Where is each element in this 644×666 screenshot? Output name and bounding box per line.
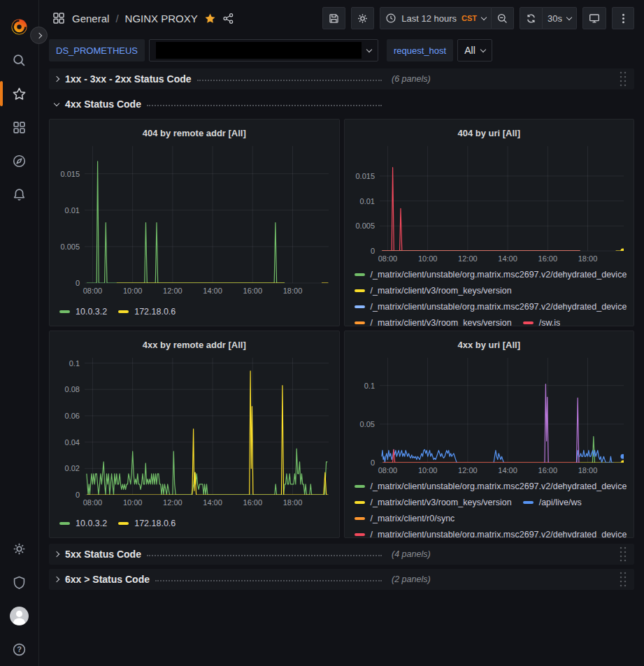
legend-label: 172.18.0.6 <box>134 519 176 528</box>
breadcrumb-title[interactable]: NGINX PROXY <box>125 13 198 24</box>
main-area: General / NGINX PROXY <box>39 0 644 666</box>
row-panel-count: (6 panels) <box>392 74 431 84</box>
legend-item[interactable]: /_matrix/client/unstable/org.matrix.msc2… <box>355 479 627 493</box>
dashboard-settings-button[interactable] <box>351 7 374 29</box>
legend-swatch <box>355 533 365 536</box>
panels-grid: 404 by remote addr [All] 00.0050.010.015… <box>49 119 634 538</box>
svg-text:?: ? <box>17 645 22 653</box>
row-left: 1xx - 3xx - 2xx Status Code <box>55 73 382 85</box>
legend-label: /_matrix/client/r0/sync <box>371 514 455 523</box>
chevron-down-icon <box>366 46 372 52</box>
favorite-star-icon[interactable] <box>204 13 216 24</box>
row-drag-handle[interactable] <box>619 546 627 563</box>
sidebar-item-dashboards[interactable] <box>0 110 39 144</box>
sidebar-item-explore[interactable] <box>0 144 39 178</box>
save-dashboard-button[interactable] <box>322 7 345 29</box>
monitor-icon <box>588 12 601 24</box>
row-left: 4xx Status Code <box>55 99 382 110</box>
time-controls: Last 12 hours CST <box>380 7 514 29</box>
shield-icon <box>12 575 27 590</box>
expand-sidebar-button[interactable] <box>30 27 48 44</box>
svg-text:0.015: 0.015 <box>355 172 375 180</box>
time-range-button[interactable]: Last 12 hours CST <box>380 7 492 29</box>
panel-legend: 10.0.3.2172.18.0.6 <box>55 304 334 319</box>
variables-bar: DS_PROMETHEUS request_host All <box>39 36 644 64</box>
row-header-6xx[interactable]: 6xx > Status Code (2 panels) <box>49 569 634 590</box>
svg-text:0.1: 0.1 <box>364 382 374 390</box>
navbar: General / NGINX PROXY <box>39 0 644 36</box>
request-host-select[interactable]: All <box>457 39 492 61</box>
row-header-5xx[interactable]: 5xx Status Code (4 panels) <box>49 544 634 565</box>
compass-icon <box>12 154 27 168</box>
svg-text:16:00: 16:00 <box>243 287 263 295</box>
timeseries-plot[interactable]: 00.020.040.060.080.108:0010:0012:0014:00… <box>55 354 334 511</box>
legend-swatch <box>118 522 129 525</box>
sidebar-item-alerting[interactable] <box>0 178 39 211</box>
svg-text:10:00: 10:00 <box>123 498 143 507</box>
timeseries-plot[interactable]: 00.0050.010.01508:0010:0012:0014:0016:00… <box>55 142 334 299</box>
legend-swatch <box>355 321 365 324</box>
panel-404-by-remote-addr: 404 by remote addr [All] 00.0050.010.015… <box>49 119 340 326</box>
legend-item[interactable]: 172.18.0.6 <box>118 304 176 319</box>
legend-item[interactable]: /api/live/ws <box>523 495 582 509</box>
panel-title[interactable]: 404 by uri [All] <box>350 124 629 142</box>
panel-title[interactable]: 4xx by remote addr [All] <box>55 335 334 354</box>
refresh-button[interactable] <box>520 7 543 29</box>
kebab-menu-button[interactable] <box>612 7 634 29</box>
star-icon <box>12 87 27 101</box>
bell-icon <box>12 187 27 202</box>
legend-item[interactable]: 10.0.3.2 <box>59 516 107 530</box>
refresh-interval-select[interactable]: 30s <box>543 7 577 29</box>
zoom-out-button[interactable] <box>492 7 514 29</box>
datasource-select[interactable] <box>149 39 378 61</box>
breadcrumb-section[interactable]: General <box>72 13 109 24</box>
legend-item[interactable]: /_matrix/client/unstable/org.matrix.msc2… <box>355 527 627 538</box>
svg-text:0.01: 0.01 <box>359 197 374 205</box>
legend-item[interactable]: 10.0.3.2 <box>59 304 107 319</box>
sidebar-item-search[interactable] <box>0 43 39 77</box>
legend-label: /_matrix/client/unstable/org.matrix.msc2… <box>371 530 627 539</box>
sidebar-item-configuration[interactable] <box>0 532 39 565</box>
legend-label: /api/live/ws <box>539 498 582 507</box>
panel-title[interactable]: 404 by remote addr [All] <box>55 124 334 142</box>
panel-title[interactable]: 4xx by uri [All] <box>350 335 629 354</box>
datasource-value-redacted <box>156 42 362 59</box>
panel-4xx-by-uri: 4xx by uri [All] 00.050.108:0010:0012:00… <box>344 331 635 538</box>
chevron-down-icon <box>54 100 59 106</box>
svg-text:18:00: 18:00 <box>578 466 597 475</box>
legend-item[interactable]: /_matrix/client/r0/sync <box>355 511 455 526</box>
legend-swatch <box>355 485 365 488</box>
breadcrumb: General / NGINX PROXY <box>52 11 234 25</box>
svg-text:08:00: 08:00 <box>83 287 103 295</box>
svg-text:0.01: 0.01 <box>65 206 80 215</box>
row-header-4xx[interactable]: 4xx Status Code <box>49 94 634 115</box>
row-drag-handle[interactable] <box>619 571 627 588</box>
tv-mode-button[interactable] <box>582 7 606 29</box>
svg-text:0.005: 0.005 <box>60 242 80 251</box>
svg-text:10:00: 10:00 <box>417 466 437 475</box>
row-header-1xx-3xx-2xx[interactable]: 1xx - 3xx - 2xx Status Code (6 panels) <box>49 68 634 89</box>
legend-item[interactable]: /_matrix/client/v3/room_keys/version <box>355 495 512 509</box>
row-drag-handle[interactable] <box>619 71 627 87</box>
sidebar-item-profile[interactable] <box>0 599 39 632</box>
sidebar-item-server-admin[interactable] <box>0 565 39 599</box>
legend-item[interactable]: /_matrix/client/v3/room_keys/version <box>355 315 512 326</box>
legend-label: /sw.js <box>539 318 561 327</box>
sidebar-item-help[interactable]: ? <box>0 632 39 666</box>
legend-item[interactable]: 172.18.0.6 <box>118 516 176 530</box>
svg-text:0.02: 0.02 <box>65 464 80 472</box>
timeseries-plot[interactable]: 00.050.108:0010:0012:0014:0016:0018:00 <box>350 354 629 479</box>
timeseries-plot[interactable]: 00.0050.010.01508:0010:0012:0014:0016:00… <box>350 142 629 267</box>
svg-text:12:00: 12:00 <box>163 287 183 295</box>
variable-label-ds: DS_PROMETHEUS <box>49 39 145 61</box>
legend-label: /_matrix/client/v3/room_keys/version <box>371 318 512 327</box>
row-dotted-leader <box>147 555 382 556</box>
legend-item[interactable]: /sw.js <box>523 315 561 326</box>
share-icon[interactable] <box>222 13 234 24</box>
legend-swatch <box>355 289 365 292</box>
legend-item[interactable]: /_matrix/client/unstable/org.matrix.msc2… <box>355 299 627 314</box>
legend-item[interactable]: /_matrix/client/unstable/org.matrix.msc2… <box>355 267 627 282</box>
row-title: 4xx Status Code <box>65 99 141 110</box>
legend-item[interactable]: /_matrix/client/v3/room_keys/version <box>355 283 512 298</box>
sidebar-item-starred[interactable] <box>0 77 39 110</box>
